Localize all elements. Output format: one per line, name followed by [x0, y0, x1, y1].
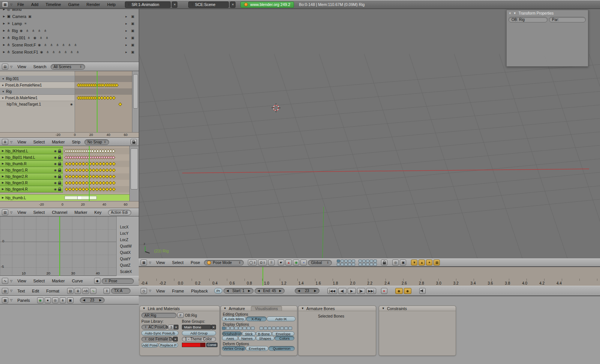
action-ruler[interactable]: -200204060 — [0, 201, 139, 208]
panel-header[interactable]: ▼ Armature Visualisations — [221, 306, 297, 311]
layer-toggle[interactable] — [337, 263, 340, 266]
action-key-row[interactable] — [63, 186, 129, 192]
eye-icon[interactable]: ◉ — [70, 103, 73, 106]
plugin-icon[interactable]: ∿ — [90, 288, 96, 294]
add-pose-button[interactable]: Add Pose — [141, 343, 158, 348]
play-button[interactable]: ▶ — [348, 288, 356, 294]
menu-marker[interactable]: Marker — [49, 139, 68, 145]
expand-icon[interactable]: ▶ — [2, 196, 4, 199]
outliner-data-icons[interactable]: ◉ ⋔ ⋔ ⋔ ⋔ ⋔ ⋔ — [38, 43, 78, 47]
scene-context-icon[interactable]: ▣ — [67, 297, 74, 303]
eye-icon[interactable]: ◉ — [54, 162, 57, 166]
armature-bones-panel[interactable]: ▼Armature Bones Selected Bones — [298, 306, 376, 356]
outliner-row[interactable]: ▶ ⋔ Rig.001 ⋔ ◉ ⋔ ⋔ ▸ ▣ — [0, 34, 139, 41]
outliner-data-icons[interactable]: ☀ — [24, 22, 28, 25]
eye-icon[interactable]: ◉ — [54, 175, 57, 178]
nla-key-row[interactable] — [75, 82, 132, 88]
restrict-icons[interactable]: ▸ ▣ — [125, 22, 136, 25]
restrict-icons[interactable]: ▸ ▣ — [125, 15, 136, 18]
header-collapse-icon[interactable]: ▽ — [148, 289, 152, 292]
tab-visualisations[interactable]: Visualisations — [251, 306, 282, 311]
menu-help[interactable]: Help — [104, 2, 119, 7]
eye-icon[interactable]: ◉ — [54, 181, 57, 185]
menu-curve[interactable]: Curve — [69, 278, 86, 283]
step-right-icon[interactable]: ▶ — [248, 289, 250, 292]
outliner-panel[interactable]: ▶ ◎ world ▶ ▣ Camera ▣ ▸ ▣ ▶ ☀ Lamp ☀ ▸ … — [0, 9, 139, 62]
current-frame-line[interactable] — [262, 267, 263, 286]
layer-toggle[interactable] — [358, 263, 362, 266]
keyframe-diamond[interactable] — [112, 175, 116, 178]
editor-mode-dropdown[interactable]: Action Edi — [108, 210, 131, 215]
version-button[interactable]: www.blender.org 249.2 — [240, 1, 294, 8]
layer-toggle[interactable] — [337, 260, 340, 263]
browse-icon[interactable]: ⇕ — [191, 3, 194, 6]
step-left-icon[interactable]: ◀ — [226, 289, 229, 292]
action-editor[interactable]: ▶hlp_IKHand.L◉ ▶hlp_Bip01 Hand.L◉ ▶hlp_t… — [0, 146, 139, 208]
action-key-row[interactable] — [63, 180, 129, 186]
layer-toggle[interactable] — [370, 263, 373, 266]
keying-set-icon[interactable]: ◆ — [404, 288, 411, 294]
eye-icon[interactable]: ◉ — [54, 156, 57, 159]
draw-mode-dropdown[interactable]: ◯⇕ — [248, 260, 257, 266]
outliner-data-icons[interactable]: ▣ — [28, 15, 33, 18]
poselib-datablock-field[interactable]: ⇕AC:PoseLib — [141, 325, 168, 330]
outliner-row[interactable]: ▶ ⋔ Scene Root.F ◉ ⋔ ⋔ ⋔ ⋔ ⋔ ⋔ ▸ ▣ — [0, 41, 139, 48]
nla-key-row[interactable] — [75, 101, 132, 107]
transform-properties-header[interactable]: × ▼ Transform Properties — [507, 10, 588, 16]
editor-type-icon[interactable]: ≣ — [2, 139, 8, 145]
collapse-icon[interactable]: ▼ — [2, 78, 4, 80]
menu-panels[interactable]: Panels — [14, 298, 33, 303]
outliner-data-icons[interactable]: ⋔ ◉ ⋔ ⋔ — [27, 36, 50, 40]
action-channel-selected[interactable]: ▶ hlp_thumb.L — [0, 194, 129, 201]
nla-key-row[interactable] — [75, 76, 132, 82]
expand-icon[interactable]: ▶ — [2, 181, 4, 184]
ipo-editor[interactable]: 0 -5 10203040 LocX LocY LocZ QuatW QuatX… — [0, 216, 139, 276]
header-collapse-icon[interactable]: ▽ — [9, 3, 13, 6]
ipo-channel[interactable]: QuatY — [117, 256, 139, 262]
menu-playback[interactable]: Playback — [188, 288, 211, 294]
header-collapse-icon[interactable]: ▽ — [9, 298, 13, 302]
grid-small-icon[interactable]: ▦ — [434, 260, 440, 266]
current-frame-line[interactable] — [89, 146, 90, 201]
step-back-button[interactable]: ◀| — [338, 288, 346, 294]
current-frame-field[interactable]: ◀23▶ — [295, 288, 320, 294]
vertex-group-toggle[interactable]: Vertex Group — [222, 346, 246, 351]
menu-strip[interactable]: Strip — [69, 139, 84, 145]
header-collapse-icon[interactable]: ▽ — [9, 65, 13, 69]
keyframe-diamond[interactable] — [112, 168, 116, 172]
layer-toggle[interactable] — [340, 263, 344, 266]
scrollbar-thumb[interactable] — [133, 74, 138, 109]
ipo-channel-sidebar[interactable]: LocX LocY LocZ QuatW QuatX QuatY QuatZ S… — [116, 216, 139, 276]
constraints-panel[interactable]: ▼Constraints — [379, 306, 456, 356]
restrict-icons[interactable]: ▸ ▣ — [125, 29, 136, 33]
outliner-row[interactable]: ▶ ⋔ Scene Root.F1 ◉ ⋔ ⋔ ⋔ ⋔ ⋔ ⋔ ▸ ▣ — [0, 48, 139, 55]
manipulator-scale-icon[interactable]: ▪ — [300, 260, 307, 266]
parent-field[interactable]: Par: — [549, 17, 586, 22]
current-frame-line[interactable] — [59, 216, 60, 276]
menu-channel[interactable]: Channel — [49, 210, 70, 215]
action-key-row[interactable] — [63, 154, 129, 161]
shapes-toggle[interactable]: Shapes — [256, 336, 274, 340]
scrollbar-thumb[interactable] — [130, 148, 138, 189]
fake-user-button[interactable]: F — [177, 313, 184, 318]
sparkle-icon[interactable]: ✦ — [426, 260, 432, 266]
preview-toggle[interactable]: Pr — [214, 288, 222, 294]
expand-icon[interactable]: ▶ — [3, 9, 5, 11]
render-preview-icon[interactable]: ▣ — [400, 260, 406, 266]
editor-type-icon[interactable]: ▦ — [2, 297, 8, 303]
expand-icon[interactable]: ▶ — [2, 175, 4, 178]
window-type-icon[interactable]: ▦ — [2, 1, 8, 7]
expand-icon[interactable]: ▶ — [3, 36, 5, 39]
menu-select[interactable]: Select — [30, 210, 48, 215]
add-group-button[interactable]: Add Group — [182, 331, 216, 336]
ipo-channel[interactable]: QuatZ — [117, 262, 139, 269]
action-channel[interactable]: ▶hlp_thumb.R◉ — [0, 161, 63, 167]
lock-icon[interactable] — [58, 170, 61, 172]
menu-frame[interactable]: Frame — [169, 288, 187, 294]
ipo-channel[interactable]: LocY — [117, 230, 139, 237]
layer-toggle[interactable] — [362, 263, 366, 266]
expand-icon[interactable]: ▶ — [3, 29, 5, 32]
vertical-scrollbar[interactable] — [129, 146, 139, 201]
layer-toggle[interactable] — [374, 263, 377, 266]
scene-selector[interactable]: ⇕SCE:Scene — [188, 1, 229, 8]
